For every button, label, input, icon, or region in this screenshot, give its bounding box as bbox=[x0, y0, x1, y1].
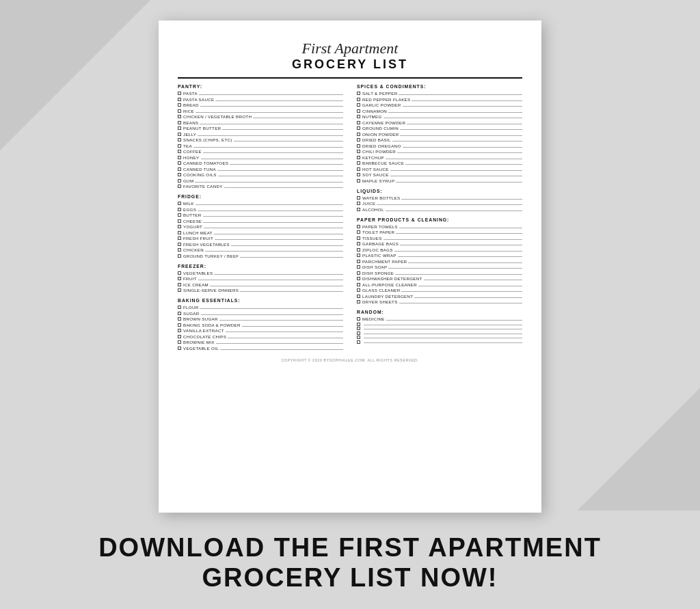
checkbox[interactable] bbox=[178, 133, 181, 136]
checkbox[interactable] bbox=[357, 126, 360, 130]
checkbox[interactable] bbox=[178, 109, 181, 113]
list-item: VANILLA EXTRACT bbox=[178, 328, 343, 333]
checkbox[interactable] bbox=[178, 208, 181, 211]
checkbox[interactable] bbox=[178, 185, 181, 188]
item-label: HOT SAUCE bbox=[362, 167, 389, 172]
checkbox[interactable] bbox=[357, 115, 360, 118]
item-label: DRIED OREGANO bbox=[362, 144, 401, 148]
checkbox[interactable] bbox=[357, 327, 360, 330]
checkbox[interactable] bbox=[178, 347, 181, 350]
item-label: FRESH VEGETABLES bbox=[183, 242, 230, 247]
checkbox[interactable] bbox=[178, 138, 181, 141]
checkbox[interactable] bbox=[178, 231, 181, 234]
checkbox[interactable] bbox=[178, 202, 181, 205]
checkbox[interactable] bbox=[357, 283, 360, 286]
checkbox[interactable] bbox=[357, 236, 360, 240]
checkbox[interactable] bbox=[178, 103, 181, 107]
checkbox[interactable] bbox=[357, 138, 360, 141]
section-title: SPICES & CONDIMENTS: bbox=[357, 84, 522, 89]
list-item: DRYER SHEETS bbox=[357, 299, 522, 304]
item-underline bbox=[377, 204, 522, 205]
checkbox[interactable] bbox=[178, 126, 181, 130]
checkbox[interactable] bbox=[357, 196, 360, 200]
checkbox[interactable] bbox=[357, 179, 360, 182]
checkbox[interactable] bbox=[178, 254, 181, 258]
checkbox[interactable] bbox=[357, 173, 360, 176]
checkbox[interactable] bbox=[178, 150, 181, 153]
checkbox[interactable] bbox=[357, 277, 360, 280]
checkbox[interactable] bbox=[178, 335, 181, 338]
checkbox[interactable] bbox=[357, 98, 360, 101]
item-underline bbox=[390, 170, 522, 171]
checkbox[interactable] bbox=[357, 156, 360, 159]
checkbox[interactable] bbox=[357, 103, 360, 107]
checkbox[interactable] bbox=[357, 248, 360, 252]
checkbox[interactable] bbox=[178, 121, 181, 124]
checkbox[interactable] bbox=[357, 230, 360, 234]
checkbox[interactable] bbox=[178, 323, 181, 327]
checkbox[interactable] bbox=[357, 208, 360, 211]
grocery-list-paper: First Apartment GROCERY LIST PANTRY:PAST… bbox=[159, 21, 541, 513]
list-item: HONEY bbox=[178, 155, 343, 160]
checkbox[interactable] bbox=[178, 248, 181, 252]
checkbox[interactable] bbox=[357, 288, 360, 292]
item-underline bbox=[240, 257, 343, 258]
checkbox[interactable] bbox=[357, 265, 360, 269]
checkbox[interactable] bbox=[178, 144, 181, 148]
checkbox[interactable] bbox=[357, 295, 360, 298]
checkbox[interactable] bbox=[178, 92, 181, 95]
checkbox[interactable] bbox=[357, 133, 360, 136]
checkbox[interactable] bbox=[357, 336, 360, 339]
item-label: FLOUR bbox=[183, 305, 198, 310]
checkbox[interactable] bbox=[178, 225, 181, 228]
item-label: CHEESE bbox=[183, 219, 202, 224]
checkbox[interactable] bbox=[357, 271, 360, 275]
checkbox[interactable] bbox=[178, 317, 181, 321]
checkbox[interactable] bbox=[357, 109, 360, 113]
list-item: SALT & PEPPER bbox=[357, 91, 522, 96]
checkbox[interactable] bbox=[357, 225, 360, 228]
checkbox[interactable] bbox=[178, 329, 181, 332]
checkbox[interactable] bbox=[178, 271, 181, 275]
checkbox[interactable] bbox=[178, 173, 181, 176]
checkbox[interactable] bbox=[357, 202, 360, 205]
item-underline bbox=[396, 182, 522, 182]
checkbox[interactable] bbox=[178, 288, 181, 292]
item-label: BEANS bbox=[183, 120, 198, 125]
item-label: GLASS CLEANER bbox=[362, 288, 400, 293]
checkbox[interactable] bbox=[178, 277, 181, 280]
checkbox[interactable] bbox=[178, 283, 181, 286]
checkbox[interactable] bbox=[357, 161, 360, 165]
checkbox[interactable] bbox=[357, 323, 360, 326]
checkbox[interactable] bbox=[178, 167, 181, 171]
checkbox[interactable] bbox=[357, 260, 360, 263]
checkbox[interactable] bbox=[178, 312, 181, 315]
checkbox[interactable] bbox=[178, 236, 181, 240]
item-underline bbox=[200, 308, 343, 309]
item-underline bbox=[204, 228, 343, 228]
checkbox[interactable] bbox=[357, 121, 360, 124]
checkbox[interactable] bbox=[178, 179, 181, 182]
checkbox[interactable] bbox=[178, 306, 181, 309]
checkbox[interactable] bbox=[357, 242, 360, 245]
checkbox[interactable] bbox=[357, 144, 360, 148]
checkbox[interactable] bbox=[357, 150, 360, 153]
section-title: PAPER PRODUCTS & CLEANING: bbox=[357, 217, 522, 222]
checkbox[interactable] bbox=[357, 167, 360, 171]
checkbox[interactable] bbox=[357, 92, 360, 95]
checkbox[interactable] bbox=[178, 98, 181, 101]
checkbox[interactable] bbox=[357, 300, 360, 303]
checkbox[interactable] bbox=[178, 115, 181, 118]
checkbox[interactable] bbox=[178, 219, 181, 223]
checkbox[interactable] bbox=[357, 340, 360, 344]
checkbox[interactable] bbox=[357, 317, 360, 321]
checkbox[interactable] bbox=[357, 254, 360, 257]
checkbox[interactable] bbox=[178, 243, 181, 246]
checkbox[interactable] bbox=[178, 213, 181, 217]
list-item: GROUND TURKEY / BEEF bbox=[178, 254, 343, 258]
checkbox[interactable] bbox=[357, 331, 360, 335]
checkbox[interactable] bbox=[178, 156, 181, 159]
checkbox[interactable] bbox=[178, 340, 181, 344]
list-item: ALL-PURPOSE CLEANER bbox=[357, 282, 522, 287]
checkbox[interactable] bbox=[178, 161, 181, 165]
